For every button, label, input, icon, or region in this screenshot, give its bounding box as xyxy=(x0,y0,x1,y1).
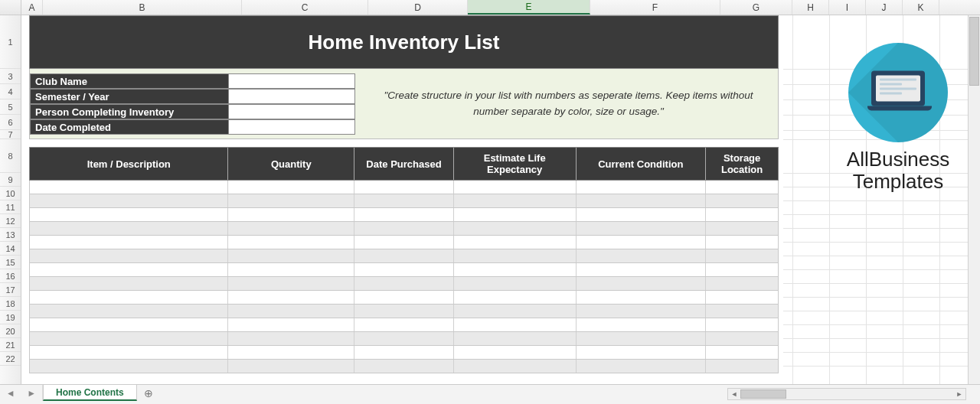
table-cell[interactable] xyxy=(706,360,778,373)
table-cell[interactable] xyxy=(228,277,354,290)
table-cell[interactable] xyxy=(228,249,354,262)
table-cell[interactable] xyxy=(577,305,707,318)
row-header-20[interactable]: 20 xyxy=(0,324,21,338)
table-cell[interactable] xyxy=(577,194,707,207)
table-cell[interactable] xyxy=(30,346,228,359)
table-cell[interactable] xyxy=(706,181,778,194)
row-header-4[interactable]: 4 xyxy=(0,84,21,99)
column-header-K[interactable]: K xyxy=(903,0,939,15)
table-cell[interactable] xyxy=(577,249,707,262)
table-cell[interactable] xyxy=(228,222,354,235)
info-value-semester[interactable] xyxy=(229,89,355,104)
column-header-C[interactable]: C xyxy=(242,0,368,15)
row-header-8[interactable]: 8 xyxy=(0,139,21,173)
table-cell[interactable] xyxy=(354,318,454,331)
table-cell[interactable] xyxy=(577,222,707,235)
table-cell[interactable] xyxy=(354,291,454,304)
row-header-9[interactable]: 9 xyxy=(0,173,21,187)
table-cell[interactable] xyxy=(30,263,228,276)
row-header-1[interactable]: 1 xyxy=(0,15,21,69)
vertical-scrollbar[interactable] xyxy=(968,15,980,384)
table-cell[interactable] xyxy=(354,360,454,373)
table-cell[interactable] xyxy=(30,360,228,373)
select-all-corner[interactable] xyxy=(0,0,21,15)
vertical-scrollbar-thumb[interactable] xyxy=(969,17,979,86)
table-cell[interactable] xyxy=(577,277,707,290)
table-cell[interactable] xyxy=(454,249,577,262)
table-cell[interactable] xyxy=(706,305,778,318)
table-row[interactable] xyxy=(29,222,779,236)
table-cell[interactable] xyxy=(706,277,778,290)
table-cell[interactable] xyxy=(30,249,228,262)
table-cell[interactable] xyxy=(454,236,577,249)
hscroll-right-icon[interactable]: ► xyxy=(953,389,965,399)
row-header-18[interactable]: 18 xyxy=(0,297,21,311)
row-header-17[interactable]: 17 xyxy=(0,283,21,297)
horizontal-scrollbar-thumb[interactable] xyxy=(740,389,786,399)
table-row[interactable] xyxy=(29,305,779,318)
column-header-I[interactable]: I xyxy=(829,0,866,15)
inventory-table-body[interactable] xyxy=(29,181,779,373)
table-cell[interactable] xyxy=(354,277,454,290)
table-cell[interactable] xyxy=(454,222,577,235)
row-header-11[interactable]: 11 xyxy=(0,200,21,214)
table-cell[interactable] xyxy=(354,305,454,318)
table-row[interactable] xyxy=(29,208,779,222)
table-cell[interactable] xyxy=(30,332,228,345)
row-header-21[interactable]: 21 xyxy=(0,338,21,352)
table-cell[interactable] xyxy=(30,291,228,304)
row-header-10[interactable]: 10 xyxy=(0,187,21,200)
row-header-6[interactable]: 6 xyxy=(0,115,21,130)
table-cell[interactable] xyxy=(228,208,354,221)
table-row[interactable] xyxy=(29,277,779,291)
table-cell[interactable] xyxy=(577,332,707,345)
table-row[interactable] xyxy=(29,346,779,360)
sheet-tab-active[interactable]: Home Contents xyxy=(43,385,137,401)
table-cell[interactable] xyxy=(454,291,577,304)
table-cell[interactable] xyxy=(577,360,707,373)
table-cell[interactable] xyxy=(30,277,228,290)
table-cell[interactable] xyxy=(454,346,577,359)
row-header-19[interactable]: 19 xyxy=(0,311,21,324)
table-cell[interactable] xyxy=(577,318,707,331)
table-cell[interactable] xyxy=(228,263,354,276)
table-cell[interactable] xyxy=(577,263,707,276)
table-cell[interactable] xyxy=(577,208,707,221)
table-cell[interactable] xyxy=(354,332,454,345)
spreadsheet-grid[interactable]: Home Inventory List Club Name Semester /… xyxy=(21,15,980,387)
table-cell[interactable] xyxy=(706,208,778,221)
table-cell[interactable] xyxy=(354,263,454,276)
tab-prev-icon[interactable]: ◄ xyxy=(6,388,15,399)
table-cell[interactable] xyxy=(228,332,354,345)
table-cell[interactable] xyxy=(30,318,228,331)
table-cell[interactable] xyxy=(354,222,454,235)
column-header-D[interactable]: D xyxy=(368,0,468,15)
row-header-5[interactable]: 5 xyxy=(0,99,21,115)
table-row[interactable] xyxy=(29,181,779,194)
row-header-15[interactable]: 15 xyxy=(0,256,21,269)
table-cell[interactable] xyxy=(454,360,577,373)
table-cell[interactable] xyxy=(577,291,707,304)
table-cell[interactable] xyxy=(228,305,354,318)
table-cell[interactable] xyxy=(454,332,577,345)
table-cell[interactable] xyxy=(228,346,354,359)
row-header-14[interactable]: 14 xyxy=(0,242,21,256)
table-cell[interactable] xyxy=(354,208,454,221)
table-row[interactable] xyxy=(29,318,779,332)
table-cell[interactable] xyxy=(706,222,778,235)
table-row[interactable] xyxy=(29,249,779,263)
column-header-A[interactable]: A xyxy=(21,0,43,15)
table-cell[interactable] xyxy=(454,305,577,318)
table-cell[interactable] xyxy=(354,346,454,359)
row-header-7[interactable]: 7 xyxy=(0,130,21,139)
table-row[interactable] xyxy=(29,236,779,249)
table-cell[interactable] xyxy=(228,181,354,194)
column-header-F[interactable]: F xyxy=(590,0,720,15)
table-cell[interactable] xyxy=(454,277,577,290)
table-cell[interactable] xyxy=(30,236,228,249)
table-row[interactable] xyxy=(29,291,779,305)
table-cell[interactable] xyxy=(706,318,778,331)
table-cell[interactable] xyxy=(354,249,454,262)
table-cell[interactable] xyxy=(706,194,778,207)
column-header-G[interactable]: G xyxy=(720,0,792,15)
